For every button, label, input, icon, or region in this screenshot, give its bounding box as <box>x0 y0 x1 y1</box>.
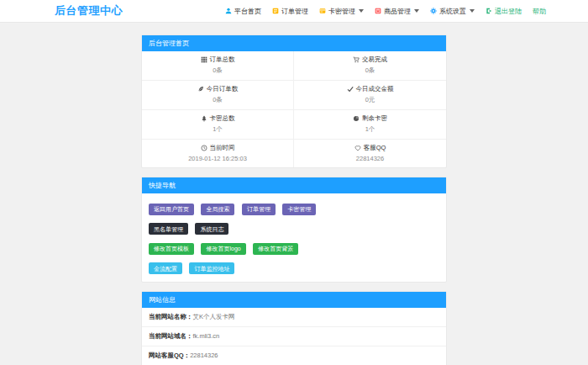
stat-label: 订单总数 <box>210 56 235 64</box>
nav-item-platform-home[interactable]: 平台首页 <box>225 7 261 16</box>
stat-total-orders: 订单总数 0条 <box>142 51 294 81</box>
site-domain-value: fk.mli3.cn <box>193 332 220 340</box>
stat-service-qq: 客服QQ 22814326 <box>294 140 446 167</box>
clock-icon <box>201 145 207 151</box>
stat-today-amount: 今日成交金额 0元 <box>294 81 446 110</box>
quick-nav-row-purple: 返回用户首页 全局搜索 订单管理 卡密管理 <box>149 199 439 215</box>
leaf-icon <box>197 86 204 93</box>
card-icon <box>319 8 326 14</box>
stat-value: 0条 <box>142 66 293 75</box>
nav-item-label: 系统设置 <box>439 7 466 16</box>
goods-icon <box>375 8 381 14</box>
nav-item-label: 订单管理 <box>281 7 308 16</box>
nav-menu: 平台首页 订单管理 卡密管理 商品管理 系统设置 <box>225 7 546 16</box>
check-icon <box>347 86 354 93</box>
nav-item-cards[interactable]: 卡密管理 <box>319 7 364 16</box>
stat-label: 剩余卡密 <box>362 114 387 123</box>
main-content: 后台管理首页 订单总数 0条 交易完成 0条 今日订单数 0条 今日成交金额 0… <box>141 34 447 365</box>
stat-label: 今日订单数 <box>207 85 239 93</box>
grid-icon <box>201 56 207 63</box>
circle-icon <box>353 115 360 122</box>
edit-background-button[interactable]: 修改首页背景 <box>253 243 298 255</box>
chevron-down-icon <box>470 9 475 13</box>
heart-icon <box>354 145 361 151</box>
tree-icon <box>201 115 207 122</box>
app-title[interactable]: 后台管理中心 <box>55 3 123 19</box>
stat-value: 1个 <box>294 125 446 134</box>
stat-value: 0条 <box>294 66 446 75</box>
stat-label: 客服QQ <box>364 144 386 152</box>
stat-value: 2019-01-12 16:25:03 <box>142 155 293 162</box>
edit-logo-button[interactable]: 修改首页logo <box>201 243 245 255</box>
nav-item-orders[interactable]: 订单管理 <box>272 7 308 16</box>
quick-nav-card: 快捷导航 返回用户首页 全局搜索 订单管理 卡密管理 黑名单管理 系统日志 修改… <box>141 177 447 283</box>
stat-value: 0元 <box>294 96 446 104</box>
stat-label: 交易完成 <box>362 56 387 64</box>
nav-item-label: 平台首页 <box>234 7 261 16</box>
nav-item-goods[interactable]: 商品管理 <box>375 7 419 16</box>
nav-item-settings[interactable]: 系统设置 <box>430 7 475 16</box>
order-manage-button[interactable]: 订单管理 <box>242 204 276 215</box>
stat-value: 22814326 <box>294 155 446 162</box>
site-domain-label: 当前网站域名： <box>149 332 193 340</box>
nav-item-help[interactable]: 帮助 <box>533 7 546 16</box>
edit-template-button[interactable]: 修改首页模板 <box>149 243 194 255</box>
site-qq-row: 网站客服QQ：22814326 <box>142 346 446 365</box>
chevron-down-icon <box>359 9 364 13</box>
orders-icon <box>272 8 279 14</box>
stat-value: 0条 <box>142 96 293 104</box>
site-domain-row: 当前网站域名：fk.mli3.cn <box>142 327 446 346</box>
stat-label: 今日成交金额 <box>356 85 394 93</box>
stat-label: 卡密总数 <box>210 114 235 123</box>
quick-nav-row-dark: 黑名单管理 系统日志 <box>149 220 439 235</box>
order-monitor-button[interactable]: 订单监控地址 <box>189 262 234 274</box>
user-home-button[interactable]: 返回用户首页 <box>149 204 194 215</box>
quick-nav-row-cyan: 金流配置 订单监控地址 <box>149 259 439 275</box>
site-info-card: 网站信息 当前网站名称：艾K个人发卡网 当前网站域名：fk.mli3.cn 网站… <box>141 291 447 365</box>
chevron-down-icon <box>414 9 419 13</box>
site-name-row: 当前网站名称：艾K个人发卡网 <box>142 308 446 327</box>
logout-icon <box>486 8 492 14</box>
site-name-value: 艾K个人发卡网 <box>193 313 235 320</box>
nav-item-label: 帮助 <box>533 7 546 16</box>
stats-grid: 订单总数 0条 交易完成 0条 今日订单数 0条 今日成交金额 0元 卡密总数 … <box>142 51 446 167</box>
stat-current-time: 当前时间 2019-01-12 16:25:03 <box>142 140 294 167</box>
stat-today-orders: 今日订单数 0条 <box>142 81 294 110</box>
dashboard-card: 后台管理首页 订单总数 0条 交易完成 0条 今日订单数 0条 今日成交金额 0… <box>141 34 447 168</box>
nav-item-label: 退出登陆 <box>495 7 522 16</box>
quick-nav-row-green: 修改首页模板 修改首页logo 修改首页背景 <box>149 239 439 255</box>
top-navbar: 后台管理中心 平台首页 订单管理 卡密管理 商品管理 <box>0 0 588 23</box>
blacklist-button[interactable]: 黑名单管理 <box>149 223 188 235</box>
site-info-title: 网站信息 <box>142 292 446 308</box>
cart-icon <box>353 56 360 63</box>
nav-item-label: 商品管理 <box>384 7 411 16</box>
global-search-button[interactable]: 全局搜索 <box>201 204 234 215</box>
stat-remaining-cards: 剩余卡密 1个 <box>294 110 446 140</box>
quick-nav-body: 返回用户首页 全局搜索 订单管理 卡密管理 黑名单管理 系统日志 修改首页模板 … <box>142 193 446 282</box>
dashboard-card-title: 后台管理首页 <box>142 35 446 51</box>
site-qq-value: 22814326 <box>190 352 218 359</box>
stat-value: 1个 <box>142 125 293 134</box>
quick-nav-title: 快捷导航 <box>142 177 446 193</box>
user-icon <box>225 8 232 14</box>
system-log-button[interactable]: 系统日志 <box>195 223 228 235</box>
site-qq-label: 网站客服QQ： <box>149 352 190 359</box>
site-name-label: 当前网站名称： <box>149 313 193 320</box>
nav-item-logout[interactable]: 退出登陆 <box>486 7 522 16</box>
stat-total-cards: 卡密总数 1个 <box>142 110 294 140</box>
nav-item-label: 卡密管理 <box>328 7 355 16</box>
stat-completed-trades: 交易完成 0条 <box>294 51 446 81</box>
payment-config-button[interactable]: 金流配置 <box>149 262 182 274</box>
site-info-body: 当前网站名称：艾K个人发卡网 当前网站域名：fk.mli3.cn 网站客服QQ：… <box>142 308 446 365</box>
stat-label: 当前时间 <box>210 144 235 152</box>
card-manage-button[interactable]: 卡密管理 <box>282 204 316 215</box>
gear-icon <box>430 8 437 14</box>
